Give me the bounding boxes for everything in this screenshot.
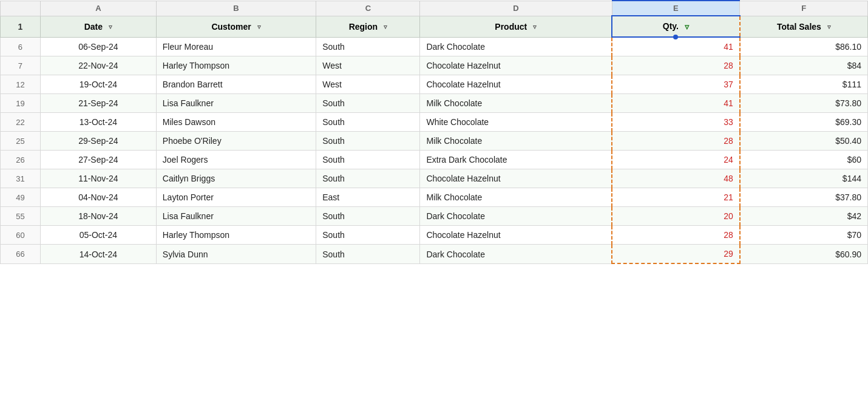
- cell-customer[interactable]: Joel Rogers: [156, 151, 316, 169]
- cell-total-sales[interactable]: $86.10: [740, 37, 868, 56]
- header-cell-total-sales[interactable]: Total Sales ▿: [740, 16, 868, 37]
- cell-product[interactable]: Dark Chocolate: [420, 245, 612, 264]
- header-label-region: Region: [349, 22, 378, 32]
- row-number: 26: [1, 151, 41, 169]
- cell-customer[interactable]: Sylvia Dunn: [156, 245, 316, 264]
- row-number: 12: [1, 75, 41, 94]
- cell-customer[interactable]: Phoebe O'Riley: [156, 132, 316, 151]
- table-row: 6005-Oct-24Harley ThompsonSouthChocolate…: [1, 226, 868, 245]
- table-row: 3111-Nov-24Caitlyn BriggsSouthChocolate …: [1, 169, 868, 188]
- cell-date[interactable]: 06-Sep-24: [40, 37, 156, 56]
- header-cell-region[interactable]: Region ▿: [316, 16, 420, 37]
- cell-customer[interactable]: Layton Porter: [156, 188, 316, 207]
- cell-date[interactable]: 27-Sep-24: [40, 151, 156, 169]
- cell-region[interactable]: South: [316, 169, 420, 188]
- cell-region[interactable]: South: [316, 94, 420, 113]
- cell-total-sales[interactable]: $69.30: [740, 113, 868, 132]
- cell-product[interactable]: Milk Chocolate: [420, 94, 612, 113]
- cell-qty[interactable]: 21: [612, 188, 740, 207]
- cell-total-sales[interactable]: $70: [740, 226, 868, 245]
- header-label-date: Date: [84, 22, 103, 32]
- row-number: 25: [1, 132, 41, 151]
- cell-region[interactable]: South: [316, 207, 420, 226]
- cell-product[interactable]: Milk Chocolate: [420, 132, 612, 151]
- cell-qty[interactable]: 48: [612, 169, 740, 188]
- header-cell-qty[interactable]: Qty. ▿: [612, 16, 740, 37]
- cell-total-sales[interactable]: $42: [740, 207, 868, 226]
- cell-product[interactable]: Extra Dark Chocolate: [420, 151, 612, 169]
- cell-total-sales[interactable]: $50.40: [740, 132, 868, 151]
- cell-total-sales[interactable]: $60: [740, 151, 868, 169]
- cell-product[interactable]: White Chocolate: [420, 113, 612, 132]
- header-cell-customer[interactable]: Customer ▿: [156, 16, 316, 37]
- cell-customer[interactable]: Miles Dawson: [156, 113, 316, 132]
- cell-total-sales[interactable]: $84: [740, 56, 868, 75]
- cell-region[interactable]: South: [316, 245, 420, 264]
- cell-region[interactable]: South: [316, 151, 420, 169]
- cell-customer[interactable]: Harley Thompson: [156, 226, 316, 245]
- cell-qty[interactable]: 37: [612, 75, 740, 94]
- cell-qty[interactable]: 28: [612, 56, 740, 75]
- filter-icon-date[interactable]: ▿: [109, 23, 112, 31]
- cell-product[interactable]: Chocolate Hazelnut: [420, 75, 612, 94]
- filter-icon-customer[interactable]: ▿: [257, 23, 261, 31]
- cell-date[interactable]: 11-Nov-24: [40, 169, 156, 188]
- cell-region[interactable]: South: [316, 132, 420, 151]
- cell-customer[interactable]: Fleur Moreau: [156, 37, 316, 56]
- header-label-total-sales: Total Sales: [777, 22, 821, 32]
- cell-date[interactable]: 19-Oct-24: [40, 75, 156, 94]
- cell-qty[interactable]: 28: [612, 132, 740, 151]
- cell-date[interactable]: 18-Nov-24: [40, 207, 156, 226]
- header-cell-date[interactable]: Date ▿: [40, 16, 156, 37]
- cell-qty[interactable]: 20: [612, 207, 740, 226]
- cell-region[interactable]: West: [316, 56, 420, 75]
- cell-region[interactable]: East: [316, 188, 420, 207]
- cell-total-sales[interactable]: $37.80: [740, 188, 868, 207]
- cell-customer[interactable]: Brandon Barrett: [156, 75, 316, 94]
- cell-total-sales[interactable]: $111: [740, 75, 868, 94]
- filter-icon-product[interactable]: ▿: [533, 23, 537, 31]
- cell-region[interactable]: South: [316, 37, 420, 56]
- cell-total-sales[interactable]: $60.90: [740, 245, 868, 264]
- row-number: 31: [1, 169, 41, 188]
- header-label-product: Product: [495, 22, 527, 32]
- header-cell-product[interactable]: Product ▿: [420, 16, 612, 37]
- cell-qty[interactable]: 41: [612, 37, 740, 56]
- row-number: 6: [1, 37, 41, 56]
- cell-product[interactable]: Chocolate Hazelnut: [420, 226, 612, 245]
- cell-customer[interactable]: Lisa Faulkner: [156, 94, 316, 113]
- cell-qty[interactable]: 24: [612, 151, 740, 169]
- cell-customer[interactable]: Harley Thompson: [156, 56, 316, 75]
- cell-date[interactable]: 05-Oct-24: [40, 226, 156, 245]
- cell-date[interactable]: 22-Nov-24: [40, 56, 156, 75]
- cell-qty[interactable]: 33: [612, 113, 740, 132]
- cell-product[interactable]: Dark Chocolate: [420, 37, 612, 56]
- row-number: 66: [1, 245, 41, 264]
- cell-product[interactable]: Dark Chocolate: [420, 207, 612, 226]
- cell-qty[interactable]: 29: [612, 245, 740, 264]
- cell-product[interactable]: Chocolate Hazelnut: [420, 169, 612, 188]
- filter-icon-qty[interactable]: ▿: [685, 22, 689, 32]
- cell-region[interactable]: South: [316, 226, 420, 245]
- cell-customer[interactable]: Caitlyn Briggs: [156, 169, 316, 188]
- row-number: 22: [1, 113, 41, 132]
- cell-region[interactable]: South: [316, 113, 420, 132]
- cell-date[interactable]: 21-Sep-24: [40, 94, 156, 113]
- header-label-customer: Customer: [211, 22, 251, 32]
- cell-region[interactable]: West: [316, 75, 420, 94]
- cell-product[interactable]: Milk Chocolate: [420, 188, 612, 207]
- cell-qty[interactable]: 28: [612, 226, 740, 245]
- filter-icon-region[interactable]: ▿: [384, 23, 387, 31]
- cell-product[interactable]: Chocolate Hazelnut: [420, 56, 612, 75]
- header-label-qty: Qty.: [663, 21, 679, 31]
- cell-qty[interactable]: 41: [612, 94, 740, 113]
- cell-date[interactable]: 14-Oct-24: [40, 245, 156, 264]
- cell-customer[interactable]: Lisa Faulkner: [156, 207, 316, 226]
- cell-date[interactable]: 04-Nov-24: [40, 188, 156, 207]
- cell-total-sales[interactable]: $144: [740, 169, 868, 188]
- cell-total-sales[interactable]: $73.80: [740, 94, 868, 113]
- cell-date[interactable]: 13-Oct-24: [40, 113, 156, 132]
- cell-date[interactable]: 29-Sep-24: [40, 132, 156, 151]
- corner-cell: [1, 1, 41, 16]
- filter-icon-total-sales[interactable]: ▿: [827, 23, 831, 31]
